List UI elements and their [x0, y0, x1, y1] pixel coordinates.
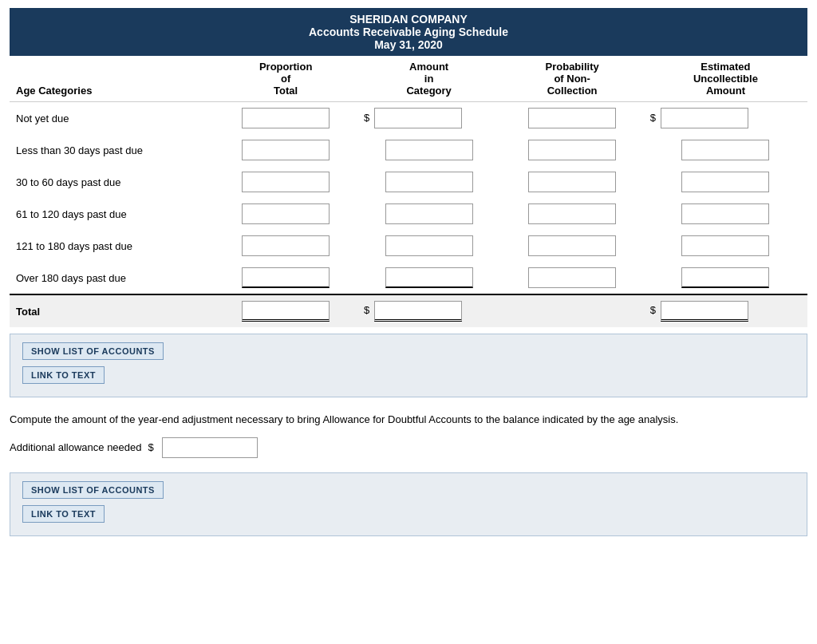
main-container: SHERIDAN COMPANY Accounts Receivable Agi…	[10, 8, 807, 536]
proportion-input-2[interactable]	[242, 140, 330, 160]
table-row: 121 to 180 days past due	[10, 230, 807, 262]
allowance-input[interactable]	[162, 437, 258, 458]
probability-input-cell-5	[500, 230, 643, 262]
total-amount-cell: $	[357, 294, 500, 327]
amount-input-cell-1: $	[357, 102, 500, 135]
aging-table: SHERIDAN COMPANY Accounts Receivable Agi…	[10, 8, 807, 327]
proportion-input-4[interactable]	[242, 203, 330, 224]
table-row: Over 180 days past due	[10, 262, 807, 294]
col-header-age: Age Categories	[10, 56, 214, 102]
allowance-label: Additional allowance needed	[10, 441, 142, 453]
estimated-input-cell-2	[644, 134, 807, 166]
col-header-estimated: EstimatedUncollectibleAmount	[644, 56, 807, 102]
total-label: Total	[10, 294, 214, 327]
proportion-input-cell-3	[214, 166, 357, 198]
age-label-not-yet-due: Not yet due	[10, 102, 214, 135]
amount-input-cell-2	[357, 134, 500, 166]
estimated-input-3[interactable]	[681, 172, 769, 192]
probability-input-6[interactable]	[528, 267, 616, 288]
amount-input-cell-6	[357, 262, 500, 294]
link-to-text-button-1[interactable]: LINK TO TEXT	[22, 366, 105, 384]
amount-input-2[interactable]	[385, 140, 473, 160]
table-date: May 31, 2020	[18, 38, 799, 51]
age-label-30-60: 30 to 60 days past due	[10, 166, 214, 198]
proportion-input-6[interactable]	[242, 267, 330, 288]
show-accounts-button-2[interactable]: SHOW LIST OF ACCOUNTS	[22, 481, 164, 499]
estimated-input-cell-3	[644, 166, 807, 198]
total-proportion-input[interactable]	[242, 301, 330, 322]
allowance-dollar-sign: $	[148, 441, 154, 453]
probability-input-2[interactable]	[528, 140, 616, 160]
instructions-text: Compute the amount of the year-end adjus…	[10, 412, 807, 428]
table-title: Accounts Receivable Aging Schedule	[18, 26, 799, 38]
total-proportion-cell	[214, 294, 357, 327]
amount-input-6[interactable]	[385, 267, 473, 288]
company-header: SHERIDAN COMPANY Accounts Receivable Agi…	[10, 8, 807, 56]
estimated-input-4[interactable]	[681, 203, 769, 224]
amount-input-5[interactable]	[385, 235, 473, 256]
proportion-input-cell-6	[214, 262, 357, 294]
show-accounts-button-1[interactable]: SHOW LIST OF ACCOUNTS	[22, 342, 164, 360]
probability-input-5[interactable]	[528, 235, 616, 256]
probability-input-3[interactable]	[528, 172, 616, 192]
table-row: 61 to 120 days past due	[10, 198, 807, 230]
proportion-input-cell-1	[214, 102, 357, 135]
estimated-input-cell-5	[644, 230, 807, 262]
table-row: Not yet due $ $	[10, 102, 807, 135]
button-section-2: SHOW LIST OF ACCOUNTS LINK TO TEXT	[10, 472, 807, 536]
total-estimated-input[interactable]	[661, 301, 748, 322]
amount-input-cell-4	[357, 198, 500, 230]
estimated-input-6[interactable]	[681, 267, 769, 288]
estimated-input-cell-6	[644, 262, 807, 294]
col-header-proportion: ProportionofTotal	[214, 56, 357, 102]
amount-input-4[interactable]	[385, 203, 473, 224]
proportion-input-5[interactable]	[242, 235, 330, 256]
company-header-row: SHERIDAN COMPANY Accounts Receivable Agi…	[10, 8, 807, 56]
age-label-lt30: Less than 30 days past due	[10, 134, 214, 166]
dollar-sign-est-1: $	[650, 112, 656, 124]
probability-input-cell-3	[500, 166, 643, 198]
column-headers-row: Age Categories ProportionofTotal Amounti…	[10, 56, 807, 102]
dollar-sign-1: $	[364, 112, 369, 124]
proportion-input-3[interactable]	[242, 172, 330, 192]
proportion-input-cell-2	[214, 134, 357, 166]
total-row: Total $ $	[10, 294, 807, 327]
amount-input-3[interactable]	[385, 172, 473, 192]
table-row: Less than 30 days past due	[10, 134, 807, 166]
total-amount-input[interactable]	[374, 301, 462, 322]
probability-input-cell-6	[500, 262, 643, 294]
amount-input-cell-3	[357, 166, 500, 198]
age-label-over180: Over 180 days past due	[10, 262, 214, 294]
link-to-text-button-2[interactable]: LINK TO TEXT	[22, 505, 105, 523]
age-label-61-120: 61 to 120 days past due	[10, 198, 214, 230]
amount-input-cell-5	[357, 230, 500, 262]
proportion-input-cell-4	[214, 198, 357, 230]
probability-input-cell-2	[500, 134, 643, 166]
company-name: SHERIDAN COMPANY	[18, 13, 799, 26]
col-header-amount: AmountinCategory	[357, 56, 500, 102]
probability-input-cell-4	[500, 198, 643, 230]
estimated-input-2[interactable]	[681, 140, 769, 160]
button-section-1: SHOW LIST OF ACCOUNTS LINK TO TEXT	[10, 334, 807, 397]
allowance-row: Additional allowance needed $	[10, 437, 807, 458]
estimated-input-5[interactable]	[681, 235, 769, 256]
probability-input-4[interactable]	[528, 203, 616, 224]
col-header-probability: Probabilityof Non-Collection	[500, 56, 643, 102]
probability-input-1[interactable]	[528, 108, 616, 128]
total-dollar-sign-est: $	[650, 304, 656, 316]
proportion-input-cell-5	[214, 230, 357, 262]
estimated-input-cell-1: $	[644, 102, 807, 135]
total-estimated-cell: $	[644, 294, 807, 327]
age-label-121-180: 121 to 180 days past due	[10, 230, 214, 262]
estimated-input-1[interactable]	[661, 108, 748, 128]
probability-input-cell-1	[500, 102, 643, 135]
total-dollar-sign-amount: $	[364, 304, 369, 316]
table-row: 30 to 60 days past due	[10, 166, 807, 198]
total-probability-cell	[500, 294, 643, 327]
amount-input-1[interactable]	[374, 108, 462, 128]
estimated-input-cell-4	[644, 198, 807, 230]
proportion-input-1[interactable]	[242, 108, 330, 128]
